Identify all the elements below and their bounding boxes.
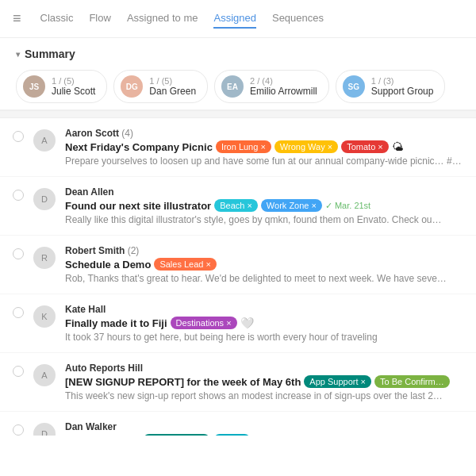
conv-title: [NEW SIGNUP REPORT] for the week of May … [65,376,301,388]
tag-saleslead[interactable]: Sales Lead × [154,258,217,271]
nav-tab-assigned[interactable]: Assigned [213,9,255,29]
conv-preview: This week's new sign-up report shows an … [65,390,463,401]
assignee-count-dan: 1 / (5) [149,76,196,86]
tag-appsupport[interactable]: App Support × [143,434,210,436]
conv-preview: Prepare yourselves to loosen up and have… [65,155,463,167]
conversation-item[interactable]: AAaron Scott (4)Next Friday's Company Pi… [0,118,476,177]
menu-icon[interactable]: ≡ [13,10,21,27]
conv-preview: Rob, Thanks that's great to hear. We'd b… [65,273,463,284]
conv-title-row: Found our next site illustratorBeach ×Wo… [65,199,463,212]
emoji-icon: 🤍 [240,317,254,329]
conv-title-row: Next Friday's Company PicnicIron Lung ×W… [65,140,463,153]
avatar-support: SG [343,75,365,98]
conv-title: Finally made it to Fiji [65,317,167,329]
conv-checkbox[interactable] [13,248,24,259]
conv-content: Kate HallFinally made it to FijiDestinat… [65,304,463,343]
date-badge: Mar. 21st [325,201,370,211]
conv-checkbox[interactable] [13,131,24,142]
tag-appsupport[interactable]: App Support × [304,375,371,388]
assignee-card-emilio[interactable]: EA2 / (4)Emilio Arrowmill [214,70,329,103]
conversation-item[interactable]: RRobert Smith (2)Schedule a DemoSales Le… [0,236,476,294]
conv-content: Auto Reports Hill[NEW SIGNUP REPORT] for… [65,363,463,401]
nav-tab-classic[interactable]: Classic [40,9,74,29]
assignee-name-dan: Dan Green [149,86,196,97]
assignee-cards: JS1 / (5)Julie ScottDG1 / (5)Dan GreenEA… [16,70,460,103]
assignee-name-julie: Julie Scott [52,86,95,97]
tag-workzone[interactable]: Work Zone × [261,199,322,212]
tag-wrongway[interactable]: Wrong Way × [274,140,338,153]
summary-header[interactable]: ▾ Summary [16,48,460,60]
conv-checkbox[interactable] [13,307,24,318]
conversation-item[interactable]: DDean AllenFound our next site illustrat… [0,177,476,236]
assignee-name-support: Support Group [371,86,434,97]
assignee-card-support[interactable]: SG1 / (3)Support Group [336,70,446,103]
tag-beach[interactable]: Beach × [214,199,258,212]
conv-checkbox[interactable] [13,366,24,377]
nav-tab-sequences[interactable]: Sequences [272,9,324,29]
conv-avatar: D [33,423,56,436]
chevron-icon: ▾ [16,50,20,59]
conv-sender: Aaron Scott (4) [65,128,463,139]
section-divider [0,110,476,118]
top-navigation: ≡ ClassicFlowAssigned to meAssignedSeque… [0,0,476,38]
conv-title-row: Finally made it to FijiDestinations ×🤍 [65,317,463,329]
avatar-julie: JS [23,75,45,98]
tag-ironlung[interactable]: Iron Lung × [216,140,271,153]
assignee-count-emilio: 2 / (4) [250,76,317,86]
tag-destinations[interactable]: Destinations × [171,317,237,329]
avatar-emilio: EA [221,75,244,98]
conv-content: Dean AllenFound our next site illustrato… [65,186,463,225]
conv-title: Next Friday's Company Picnic [65,141,213,153]
conv-checkbox[interactable] [13,424,24,436]
conversation-item[interactable]: DDan WalkerQuick questionApp Support ×Ea… [0,412,476,436]
conv-preview: Really like this digital illustrator's s… [65,214,463,225]
assignee-card-julie[interactable]: JS1 / (5)Julie Scott [16,70,107,103]
assignee-name-emilio: Emilio Arrowmill [250,86,317,97]
assignee-info-dan: 1 / (5)Dan Green [149,76,196,97]
assignee-info-emilio: 2 / (4)Emilio Arrowmill [250,76,317,97]
conv-preview: It took 37 hours to get here, but being … [65,332,463,343]
conv-avatar: K [33,305,56,328]
nav-tab-flow[interactable]: Flow [89,9,110,29]
conv-title-row: Schedule a DemoSales Lead × [65,258,463,271]
avatar-dan: DG [121,75,143,98]
conv-avatar: A [33,129,56,152]
tag-tomato[interactable]: Tomato × [341,140,389,153]
conversation-item[interactable]: KKate HallFinally made it to FijiDestina… [0,294,476,353]
assignee-count-support: 1 / (3) [371,76,434,86]
conv-content: Dan WalkerQuick questionApp Support ×Eas… [65,421,463,436]
conv-checkbox[interactable] [13,190,24,201]
conv-title: Found our next site illustrator [65,200,211,212]
conv-title: Schedule a Demo [65,259,151,271]
conv-title-row: [NEW SIGNUP REPORT] for the week of May … [65,375,463,388]
assignee-count-julie: 1 / (5) [52,76,95,86]
assignee-info-support: 1 / (3)Support Group [371,76,434,97]
summary-section: ▾ Summary JS1 / (5)Julie ScottDG1 / (5)D… [0,38,476,110]
conv-title-row: Quick questionApp Support ×Easy × [65,434,463,436]
tag-easy[interactable]: Easy × [213,434,251,436]
conv-title: Quick question [65,435,140,436]
conv-sender: Dean Allen [65,186,463,198]
tag-tobeconfirm[interactable]: To Be Confirm… [374,375,450,388]
conv-sender: Robert Smith (2) [65,245,463,256]
assignee-card-dan[interactable]: DG1 / (5)Dan Green [113,70,208,103]
conv-content: Aaron Scott (4)Next Friday's Company Pic… [65,128,463,167]
conv-content: Robert Smith (2)Schedule a DemoSales Lea… [65,245,463,284]
conv-sender: Kate Hall [65,304,463,315]
summary-title: Summary [25,48,75,60]
conversation-item[interactable]: AAuto Reports Hill[NEW SIGNUP REPORT] fo… [0,353,476,412]
emoji-icon: 🌤 [392,140,403,153]
assignee-info-julie: 1 / (5)Julie Scott [52,76,95,97]
conv-avatar: A [33,364,56,386]
conv-sender: Dan Walker [65,421,463,432]
conv-avatar: D [33,188,56,210]
conversation-list: AAaron Scott (4)Next Friday's Company Pi… [0,118,476,436]
conv-avatar: R [33,247,56,269]
conv-sender: Auto Reports Hill [65,363,463,374]
nav-tab-assigned-to-me[interactable]: Assigned to me [127,9,198,29]
